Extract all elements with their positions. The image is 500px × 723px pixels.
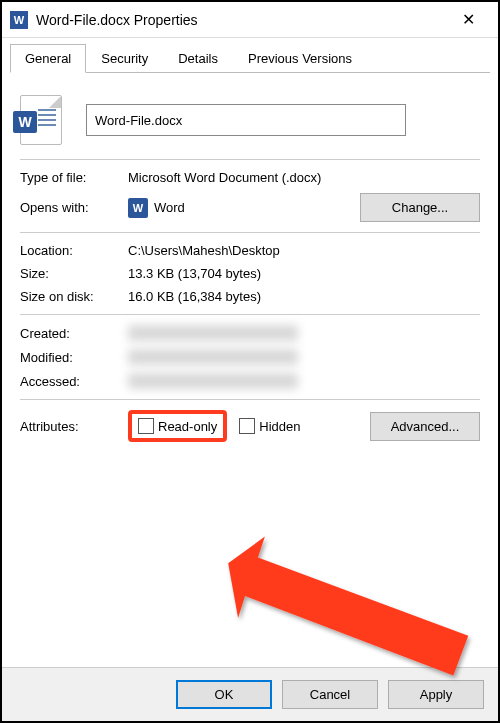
value-type: Microsoft Word Document (.docx) [128,170,480,185]
tab-details[interactable]: Details [163,44,233,73]
label-opens-with: Opens with: [20,200,128,215]
dialog-button-bar: OK Cancel Apply [2,667,498,721]
tab-security[interactable]: Security [86,44,163,73]
separator [20,399,480,400]
annotation-highlight: Read-only [128,410,227,442]
readonly-label: Read-only [158,419,217,434]
tab-content: W Type of file: Microsoft Word Document … [2,73,498,667]
filename-input[interactable] [86,104,406,136]
close-button[interactable]: ✕ [446,5,490,35]
value-modified-redacted [128,349,298,365]
label-location: Location: [20,243,128,258]
separator [20,314,480,315]
value-created-redacted [128,325,298,341]
label-modified: Modified: [20,350,128,365]
hidden-checkbox[interactable] [239,418,255,434]
separator [20,159,480,160]
readonly-checkbox[interactable] [138,418,154,434]
label-attributes: Attributes: [20,419,128,434]
titlebar: Word-File.docx Properties ✕ [2,2,498,38]
value-opens-with: Word [154,200,185,215]
tab-general[interactable]: General [10,44,86,73]
word-app-icon: W [128,198,148,218]
value-location: C:\Users\Mahesh\Desktop [128,243,480,258]
label-size: Size: [20,266,128,281]
word-file-icon [10,11,28,29]
label-size-on-disk: Size on disk: [20,289,128,304]
separator [20,232,480,233]
label-created: Created: [20,326,128,341]
tab-strip: General Security Details Previous Versio… [2,40,498,73]
advanced-button[interactable]: Advanced... [370,412,480,441]
document-icon: W [20,95,62,145]
window-title: Word-File.docx Properties [36,12,446,28]
cancel-button[interactable]: Cancel [282,680,378,709]
tab-previous-versions[interactable]: Previous Versions [233,44,367,73]
label-accessed: Accessed: [20,374,128,389]
value-size-on-disk: 16.0 KB (16,384 bytes) [128,289,480,304]
value-accessed-redacted [128,373,298,389]
ok-button[interactable]: OK [176,680,272,709]
value-size: 13.3 KB (13,704 bytes) [128,266,480,281]
apply-button[interactable]: Apply [388,680,484,709]
change-button[interactable]: Change... [360,193,480,222]
properties-dialog: Word-File.docx Properties ✕ General Secu… [0,0,500,723]
hidden-label: Hidden [259,419,300,434]
label-type: Type of file: [20,170,128,185]
